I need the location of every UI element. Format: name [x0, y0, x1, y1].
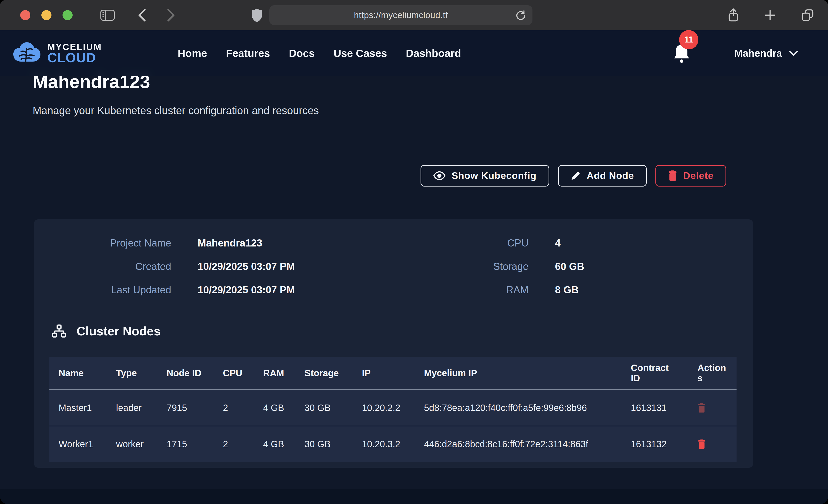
cell-node-id: 1715 [157, 426, 214, 462]
delete-node-icon[interactable] [698, 403, 706, 413]
app-navbar: MYCELIUM CLOUD Home Features Docs Use Ca… [0, 30, 828, 76]
address-bar[interactable]: https://myceliumcloud.tf [270, 5, 533, 25]
nav-link-docs[interactable]: Docs [289, 47, 315, 59]
info-row-ram: RAM 8 GB [425, 284, 584, 296]
eye-icon [433, 171, 446, 180]
cell-ip: 10.20.3.2 [353, 426, 415, 462]
back-icon[interactable] [138, 9, 146, 22]
pencil-icon [571, 171, 581, 181]
sidebar-toggle-icon[interactable] [100, 9, 115, 21]
cell-ram: 4 GB [254, 426, 295, 462]
last-updated-label: Last Updated [68, 284, 171, 296]
close-window-button[interactable] [20, 10, 30, 20]
cell-cpu: 2 [214, 426, 254, 462]
created-label: Created [68, 261, 171, 272]
cluster-nodes-icon [52, 324, 67, 338]
info-row-created: Created 10/29/2025 03:07 PM [68, 261, 295, 272]
ram-label: RAM [425, 284, 529, 296]
col-storage: Storage [295, 357, 353, 389]
cluster-info-left: Project Name Mahendra123 Created 10/29/2… [68, 237, 295, 307]
ram-value: 8 GB [555, 284, 579, 296]
cell-name: Worker1 [49, 426, 107, 462]
nodes-table: Name Type Node ID CPU RAM Storage IP Myc… [49, 357, 737, 462]
cpu-label: CPU [425, 237, 529, 249]
col-node-id: Node ID [157, 357, 214, 389]
forward-icon[interactable] [167, 9, 175, 22]
col-contract-id: Contract ID [622, 357, 688, 389]
cell-mycelium-ip: 446:d2a6:8bcd:8c16:ff0f:72e2:3114:863f [415, 426, 622, 462]
chevron-down-icon [789, 50, 798, 56]
tab-overview-icon[interactable] [801, 8, 814, 22]
col-mycelium-ip: Mycelium IP [415, 357, 622, 389]
mycelium-cloud-logo-icon [12, 41, 42, 65]
cell-contract-id: 1613131 [622, 390, 688, 426]
browser-window: https://myceliumcloud.tf [0, 0, 828, 504]
notifications-button[interactable]: 11 [673, 43, 691, 63]
add-node-button[interactable]: Add Node [558, 165, 647, 186]
cell-contract-id: 1613132 [622, 426, 688, 462]
cell-storage: 30 GB [295, 390, 353, 426]
nodes-table-header: Name Type Node ID CPU RAM Storage IP Myc… [49, 357, 737, 390]
info-row-project-name: Project Name Mahendra123 [68, 237, 295, 249]
share-icon[interactable] [727, 8, 739, 22]
add-node-label: Add Node [587, 170, 634, 181]
nav-link-home[interactable]: Home [178, 47, 207, 59]
col-cpu: CPU [214, 357, 254, 389]
brand-logo[interactable]: MYCELIUM CLOUD [12, 41, 102, 65]
cell-type: worker [107, 426, 157, 462]
show-kubeconfig-button[interactable]: Show Kubeconfig [420, 165, 549, 186]
project-name-value: Mahendra123 [198, 237, 262, 249]
minimize-window-button[interactable] [41, 10, 51, 20]
notification-badge: 11 [679, 30, 698, 49]
show-kubeconfig-label: Show Kubeconfig [452, 170, 537, 181]
table-row-worker1: Worker1 worker 1715 2 4 GB 30 GB 10.20.3… [49, 426, 737, 462]
page-subtitle: Manage your Kubernetes cluster configura… [33, 104, 319, 117]
cluster-nodes-title: Cluster Nodes [77, 324, 161, 338]
cpu-value: 4 [555, 237, 561, 249]
project-name-label: Project Name [68, 237, 171, 249]
cell-storage: 30 GB [295, 426, 353, 462]
footer [0, 489, 828, 504]
cluster-nodes-header: Cluster Nodes [52, 324, 161, 338]
storage-value: 60 GB [555, 261, 584, 272]
cell-node-id: 7915 [157, 390, 214, 426]
cluster-info-right: CPU 4 Storage 60 GB RAM 8 GB [425, 237, 584, 307]
col-ip: IP [353, 357, 415, 389]
nav-link-use-cases[interactable]: Use Cases [333, 47, 387, 59]
new-tab-icon[interactable] [764, 9, 776, 21]
delete-node-icon[interactable] [698, 439, 706, 449]
nav-link-dashboard[interactable]: Dashboard [406, 47, 461, 59]
col-actions: Actions [688, 357, 737, 389]
user-name: Mahendra [734, 48, 782, 59]
nav-link-features[interactable]: Features [226, 47, 270, 59]
url-text: https://myceliumcloud.tf [354, 10, 448, 20]
delete-label: Delete [683, 170, 713, 181]
created-value: 10/29/2025 03:07 PM [198, 261, 295, 272]
cell-ram: 4 GB [254, 390, 295, 426]
info-row-storage: Storage 60 GB [425, 261, 584, 272]
window-controls [20, 10, 73, 20]
table-row-master1: Master1 leader 7915 2 4 GB 30 GB 10.20.2… [49, 390, 737, 426]
cluster-details-card: Project Name Mahendra123 Created 10/29/2… [34, 219, 753, 468]
last-updated-value: 10/29/2025 03:07 PM [198, 284, 295, 296]
info-row-last-updated: Last Updated 10/29/2025 03:07 PM [68, 284, 295, 296]
cell-cpu: 2 [214, 390, 254, 426]
col-type: Type [107, 357, 157, 389]
browser-chrome: https://myceliumcloud.tf [0, 0, 828, 30]
privacy-shield-icon [251, 8, 263, 23]
user-menu[interactable]: Mahendra [734, 48, 798, 59]
cell-mycelium-ip: 5d8:78ea:a120:f40c:ff0f:a5fe:99e6:8b96 [415, 390, 622, 426]
cell-ip: 10.20.2.2 [353, 390, 415, 426]
brand-name-bottom: CLOUD [47, 51, 102, 64]
reload-icon[interactable] [515, 9, 527, 21]
cell-name: Master1 [49, 390, 107, 426]
trash-icon [668, 170, 677, 181]
col-name: Name [49, 357, 107, 389]
cluster-actions: Show Kubeconfig Add Node [420, 165, 726, 186]
info-row-cpu: CPU 4 [425, 237, 584, 249]
storage-label: Storage [425, 261, 529, 272]
delete-cluster-button[interactable]: Delete [655, 165, 726, 186]
cell-type: leader [107, 390, 157, 426]
zoom-window-button[interactable] [63, 10, 73, 20]
col-ram: RAM [254, 357, 295, 389]
